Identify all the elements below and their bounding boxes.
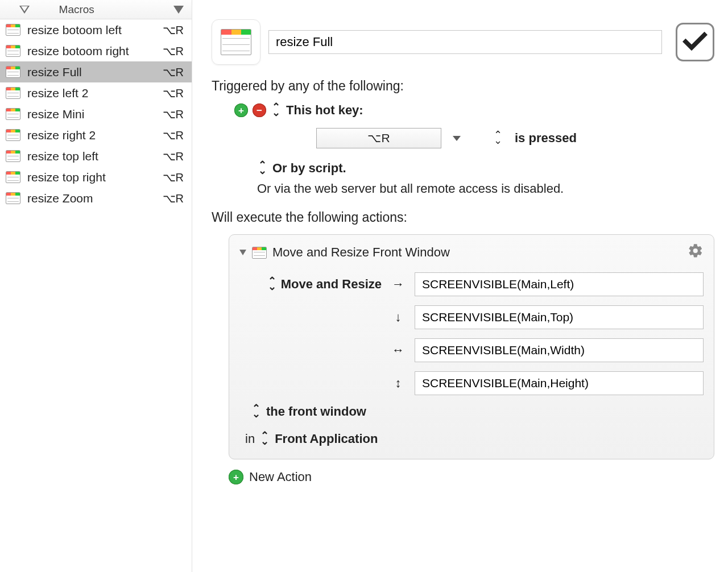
macro-item-label: resize botoom right [27,44,129,58]
param-top-input[interactable] [415,305,704,329]
gear-icon[interactable] [688,243,704,262]
add-trigger-button[interactable]: + [234,103,248,117]
sidebar-title: Macros [59,3,94,16]
disclosure-triangle-icon[interactable] [239,250,246,255]
trigger-row: + − ⌃⌄ This hot key: [234,103,714,118]
macro-list: resize botoom left⌥Rresize botoom right⌥… [0,19,192,572]
macro-list-item[interactable]: resize botoom left⌥R [0,19,192,40]
action-mode-label[interactable]: Move and Resize [281,277,382,292]
macro-list-item[interactable]: resize botoom right⌥R [0,40,192,61]
updown-icon[interactable]: ⌃⌄ [493,132,503,144]
editor-panel: Triggered by any of the following: + − ⌃… [192,0,728,572]
action-title: Move and Resize Front Window [272,245,450,260]
macro-sidebar: Macros resize botoom left⌥Rresize botoom… [0,0,192,572]
updown-icon[interactable]: ⌃⌄ [271,105,282,116]
macro-item-hotkey: ⌥R [163,86,184,100]
macro-item-hotkey: ⌥R [163,171,184,184]
macro-item-label: resize Full [27,65,82,79]
macro-item-label: resize top left [27,150,98,163]
action-card[interactable]: Move and Resize Front Window ⌃⌄ Move and… [229,234,714,459]
window-icon [6,108,20,120]
trigger-type-label[interactable]: This hot key: [286,103,363,118]
macro-item-label: resize top right [27,171,106,184]
checkmark-icon [681,28,709,56]
right-arrow-icon: → [390,277,407,292]
window-icon [6,87,20,99]
macro-item-hotkey: ⌥R [163,44,184,58]
macro-list-item[interactable]: resize top right⌥R [0,167,192,188]
window-icon [6,24,20,36]
macro-list-item[interactable]: resize left 2⌥R [0,82,192,103]
macro-item-label: resize left 2 [27,86,88,100]
in-label: in [245,432,255,446]
or-script-label[interactable]: Or by script. [272,161,346,176]
chevron-down-icon[interactable] [453,136,461,141]
hotkey-row: ⌥R ⌃⌄ is pressed [234,128,714,148]
macro-item-hotkey: ⌥R [163,192,184,205]
add-action-button[interactable]: + [229,470,243,484]
window-icon [6,129,20,141]
macro-item-hotkey: ⌥R [163,107,184,121]
action-header: Move and Resize Front Window [239,243,704,262]
new-action-row: + New Action [229,470,714,484]
updown-icon[interactable]: ⌃⌄ [257,163,268,174]
macro-item-hotkey: ⌥R [163,65,184,79]
macro-item-label: resize botoom left [27,23,122,37]
window-icon [6,66,20,78]
scope-label[interactable]: Front Application [275,432,378,446]
updown-icon[interactable]: ⌃⌄ [251,406,262,417]
hotkey-input[interactable]: ⌥R [316,128,441,148]
macro-list-item[interactable]: resize Full⌥R [0,61,192,82]
horizontal-arrow-icon: ↔ [390,343,407,358]
macro-item-hotkey: ⌥R [163,129,184,142]
updown-icon[interactable]: ⌃⌄ [267,279,278,290]
actions-heading: Will execute the following actions: [212,210,714,225]
window-icon [6,171,20,183]
or-by-script-row: ⌃⌄ Or by script. [234,161,714,176]
down-arrow-icon: ↓ [390,310,407,325]
macro-item-label: resize Mini [27,107,84,121]
triggers-heading: Triggered by any of the following: [212,78,714,94]
macro-item-label: resize Zoom [27,192,93,205]
new-action-label[interactable]: New Action [249,470,312,484]
macro-item-hotkey: ⌥R [163,23,184,37]
dropdown-triangle-icon[interactable] [173,6,184,14]
macro-name-input[interactable] [268,30,662,54]
macro-icon-button[interactable] [212,19,260,65]
vertical-arrow-icon: ↕ [390,376,407,391]
target-window-label[interactable]: the front window [266,404,366,419]
updown-icon[interactable]: ⌃⌄ [259,433,270,445]
macro-list-item[interactable]: resize right 2⌥R [0,125,192,146]
window-icon [6,192,20,204]
remove-trigger-button[interactable]: − [253,103,266,117]
macro-list-item[interactable]: resize Mini⌥R [0,103,192,125]
param-height-input[interactable] [415,371,704,395]
remote-access-note: Or via the web server but all remote acc… [234,181,714,196]
macro-enabled-toggle[interactable] [676,23,714,61]
macro-list-item[interactable]: resize Zoom⌥R [0,188,192,209]
param-left-input[interactable] [415,272,704,296]
param-width-input[interactable] [415,338,704,362]
window-icon [252,247,267,259]
sort-triangle-icon[interactable] [19,6,30,14]
macro-header [212,19,714,65]
macro-item-label: resize right 2 [27,129,96,142]
macro-item-hotkey: ⌥R [163,150,184,163]
sidebar-header: Macros [0,0,192,19]
hotkey-condition[interactable]: is pressed [515,131,577,146]
window-icon [6,45,20,57]
window-icon [6,150,20,162]
macro-list-item[interactable]: resize top left⌥R [0,146,192,167]
